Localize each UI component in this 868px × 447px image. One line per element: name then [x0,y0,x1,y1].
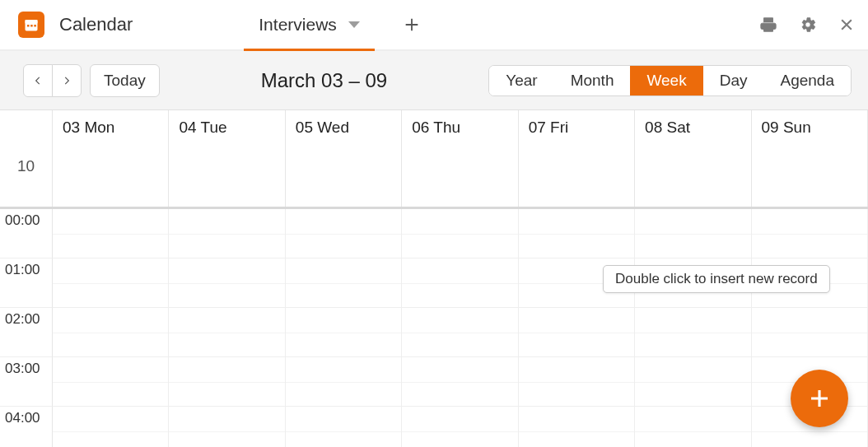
grid-cell[interactable] [402,209,518,258]
grid-cell[interactable] [169,209,285,258]
grid-cell[interactable] [53,357,169,407]
time-grid: 00:00 01:00 02:00 03:00 04:00 [0,209,868,447]
grid-cell[interactable] [169,308,285,357]
grid-cell[interactable] [286,209,402,258]
print-icon[interactable] [759,16,777,34]
svg-rect-2 [27,25,30,27]
nav-arrows [23,64,82,97]
titlebar: Calendar Interviews [0,0,868,51]
grid-cell[interactable] [169,407,285,447]
today-button[interactable]: Today [90,64,160,97]
svg-rect-4 [34,25,36,27]
chevron-down-icon [348,21,360,28]
gear-icon[interactable] [799,16,817,34]
grid-cell[interactable] [53,258,169,308]
day-header[interactable]: 08 Sat [635,110,751,207]
grid-cell[interactable] [635,407,751,447]
grid-cell[interactable] [752,308,868,357]
app-title: Calendar [59,14,133,35]
add-record-fab[interactable] [791,370,848,427]
grid-cell[interactable] [53,407,169,447]
tab-interviews[interactable]: Interviews [244,0,375,49]
grid-cell[interactable] [53,209,169,258]
svg-rect-3 [30,25,33,27]
next-button[interactable] [52,64,82,97]
hour-label: 00:00 [0,209,53,258]
grid-cell[interactable] [635,357,751,407]
tab-bar: Interviews [244,0,424,49]
grid-cell[interactable] [519,407,635,447]
view-year[interactable]: Year [489,66,553,95]
grid-cell[interactable] [519,308,635,357]
view-switch: Year Month Week Day Agenda [488,65,852,96]
hour-row: 02:00 [0,308,868,357]
add-tab-button[interactable] [399,12,424,37]
date-range-title: March 03 – 09 [160,69,489,92]
grid-cell[interactable] [286,258,402,308]
grid-cell[interactable] [519,209,635,258]
grid-cell[interactable] [519,357,635,407]
week-header: 10 03 Mon 04 Tue 05 Wed 06 Thu 07 Fri 08… [0,110,868,209]
week-number: 10 [0,110,53,207]
grid-cell[interactable] [402,308,518,357]
day-header[interactable]: 03 Mon [53,110,169,207]
today-label: Today [104,72,146,90]
hour-label: 02:00 [0,308,53,357]
hour-label: 03:00 [0,357,53,407]
svg-rect-1 [26,20,38,23]
hour-label: 04:00 [0,407,53,447]
day-header[interactable]: 05 Wed [286,110,402,207]
prev-button[interactable] [23,64,53,97]
grid-cell[interactable] [402,407,518,447]
title-actions [759,16,855,34]
grid-cell[interactable] [635,308,751,357]
view-month[interactable]: Month [554,66,631,95]
tab-label: Interviews [259,15,337,35]
grid-cell[interactable] [53,308,169,357]
hour-row: 04:00 [0,407,868,447]
grid-cell[interactable] [402,258,518,308]
grid-cell[interactable] [169,357,285,407]
calendar-app-icon [18,12,44,38]
insert-tooltip: Double click to insert new record [603,265,830,293]
grid-cell[interactable] [635,209,751,258]
day-header[interactable]: 04 Tue [169,110,285,207]
grid-cell[interactable] [402,357,518,407]
day-header[interactable]: 06 Thu [402,110,518,207]
calendar-toolbar: Today March 03 – 09 Year Month Week Day … [0,51,868,110]
hour-label: 01:00 [0,258,53,308]
view-day[interactable]: Day [703,66,764,95]
grid-cell[interactable] [286,407,402,447]
grid-cell[interactable] [169,258,285,308]
day-header[interactable]: 09 Sun [752,110,868,207]
view-agenda[interactable]: Agenda [763,66,851,95]
view-week[interactable]: Week [630,66,702,95]
grid-cell[interactable] [752,209,868,258]
grid-cell[interactable] [286,308,402,357]
day-header[interactable]: 07 Fri [519,110,635,207]
close-icon[interactable] [838,16,855,33]
hour-row: 03:00 [0,357,868,407]
hour-row: 00:00 [0,209,868,258]
grid-cell[interactable] [286,357,402,407]
